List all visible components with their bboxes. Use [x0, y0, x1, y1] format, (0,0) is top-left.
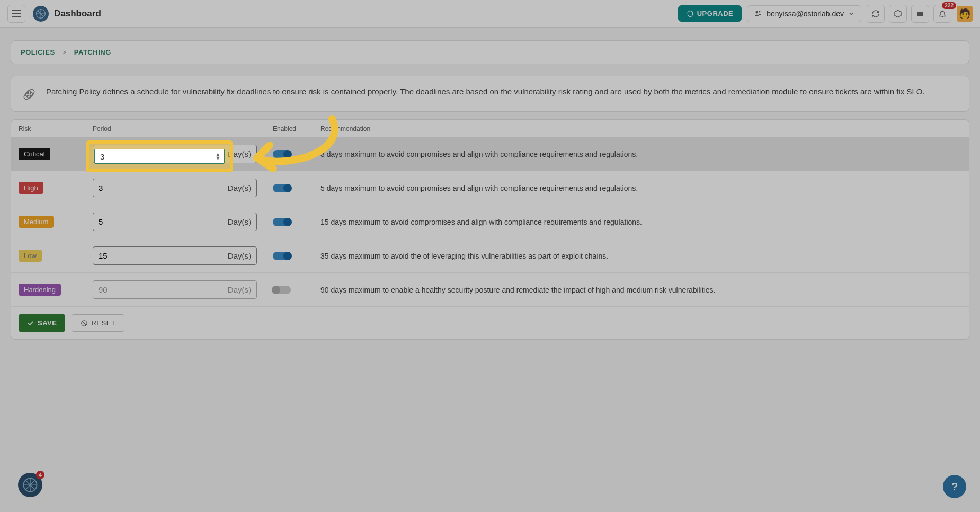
period-input-low[interactable]	[93, 247, 222, 264]
svg-point-2	[759, 11, 761, 12]
id-card-icon	[916, 10, 924, 18]
bell-icon	[938, 10, 947, 18]
table-row: Hardening Day(s) 90 days maximum to enab…	[11, 273, 969, 307]
svg-point-8	[28, 95, 29, 96]
notifications-button[interactable]: 222	[933, 5, 951, 23]
top-bar: Dashboard UPGRADE benyissa@ostorlab.dev …	[0, 0, 980, 28]
brand-logo-icon	[22, 477, 38, 493]
period-input-hardening	[93, 281, 222, 298]
actions-row: SAVE RESET	[11, 307, 969, 339]
recommendation-text: 15 days maximum to avoid compromises and…	[320, 218, 961, 226]
spinner-icon[interactable]: ▲▼	[212, 151, 222, 158]
recommendation-text: 90 days maximum to enable a healthy secu…	[320, 286, 961, 294]
breadcrumb-separator: >	[63, 48, 67, 56]
save-button[interactable]: SAVE	[19, 314, 65, 332]
period-unit: Day(s)	[222, 251, 256, 260]
enabled-toggle-critical[interactable]	[273, 150, 291, 158]
period-field[interactable]: Day(s)	[93, 179, 257, 197]
recommendation-text: 5 days maximum to avoid compromises and …	[320, 184, 961, 192]
enabled-toggle-high[interactable]	[273, 184, 291, 192]
policy-table: Risk Period Enabled Recommendation Criti…	[11, 119, 969, 340]
help-fab[interactable]: ?	[943, 475, 966, 498]
period-input-high[interactable]	[93, 179, 222, 197]
col-recommendation: Recommendation	[320, 125, 961, 133]
period-unit: Day(s)	[222, 217, 256, 226]
enabled-toggle-hardening[interactable]	[273, 286, 291, 294]
breadcrumb: POLICIES > PATCHING	[11, 40, 969, 64]
check-icon	[27, 320, 34, 327]
col-enabled: Enabled	[273, 125, 320, 133]
avatar[interactable]: 🧑	[957, 6, 973, 22]
recommendation-text: 35 days maximum to avoid the of leveragi…	[320, 252, 961, 260]
reset-label: RESET	[91, 319, 115, 327]
table-row: Critical ▲▼ Day(s) 3 days maximum to avo…	[11, 137, 969, 171]
period-unit: Day(s)	[222, 183, 256, 192]
period-field: Day(s)	[93, 280, 257, 299]
brand-logo-icon	[33, 6, 49, 22]
col-period: Period	[93, 125, 273, 133]
upgrade-label: UPGRADE	[697, 10, 734, 17]
table-row: Medium Day(s) 15 days maximum to avoid c…	[11, 205, 969, 239]
recommendation-text: 3 days maximum to avoid compromises and …	[320, 150, 961, 158]
help-icon: ?	[951, 481, 958, 493]
svg-point-6	[28, 93, 29, 94]
risk-badge-low: Low	[19, 250, 42, 262]
svg-rect-3	[917, 12, 923, 16]
period-unit: Day(s)	[222, 285, 256, 294]
enabled-toggle-medium[interactable]	[273, 218, 291, 226]
menu-button[interactable]	[7, 5, 25, 23]
floating-badge: 4	[36, 471, 44, 479]
reset-button[interactable]: RESET	[72, 314, 124, 332]
page-title: Dashboard	[54, 8, 101, 19]
user-menu[interactable]: benyissa@ostorlab.dev	[747, 5, 861, 22]
breadcrumb-patching[interactable]: PATCHING	[74, 48, 111, 56]
user-email: benyissa@ostorlab.dev	[767, 10, 844, 18]
period-field[interactable]: Day(s)	[93, 246, 257, 265]
period-field[interactable]: ▲▼ Day(s)	[93, 145, 257, 163]
svg-point-7	[30, 93, 31, 94]
card-button[interactable]	[911, 5, 929, 23]
floating-brand-button[interactable]: 4	[18, 473, 42, 497]
period-field[interactable]: Day(s)	[93, 213, 257, 231]
period-unit: Day(s)	[222, 149, 256, 158]
table-row: High Day(s) 5 days maximum to avoid comp…	[11, 171, 969, 205]
upgrade-button[interactable]: UPGRADE	[678, 5, 742, 22]
risk-badge-critical: Critical	[19, 148, 50, 160]
col-risk: Risk	[19, 125, 93, 133]
enabled-toggle-low[interactable]	[273, 252, 291, 260]
table-row: Low Day(s) 35 days maximum to avoid the …	[11, 239, 969, 273]
prohibit-icon	[81, 320, 88, 327]
info-text: Patching Policy defines a schedule for v…	[46, 86, 925, 98]
risk-badge-high: High	[19, 182, 43, 194]
shield-icon	[687, 10, 694, 17]
save-label: SAVE	[38, 319, 57, 327]
table-header: Risk Period Enabled Recommendation	[11, 120, 969, 137]
period-input-critical[interactable]	[93, 145, 212, 163]
refresh-button[interactable]	[867, 5, 885, 23]
svg-point-9	[30, 95, 31, 96]
chevron-down-icon	[848, 11, 854, 17]
svg-point-1	[756, 11, 759, 13]
period-input-medium[interactable]	[93, 213, 222, 231]
risk-badge-medium: Medium	[19, 216, 54, 228]
info-card: Patching Policy defines a schedule for v…	[11, 76, 969, 112]
refresh-icon	[871, 10, 880, 18]
notification-badge: 222	[942, 2, 956, 9]
breadcrumb-policies[interactable]: POLICIES	[21, 48, 55, 56]
user-icon	[754, 10, 762, 17]
bandage-icon	[22, 87, 37, 102]
hamburger-icon	[12, 10, 21, 17]
hexagon-icon	[894, 10, 902, 18]
secondary-button[interactable]	[889, 5, 907, 23]
risk-badge-hardening: Hardening	[19, 284, 61, 296]
